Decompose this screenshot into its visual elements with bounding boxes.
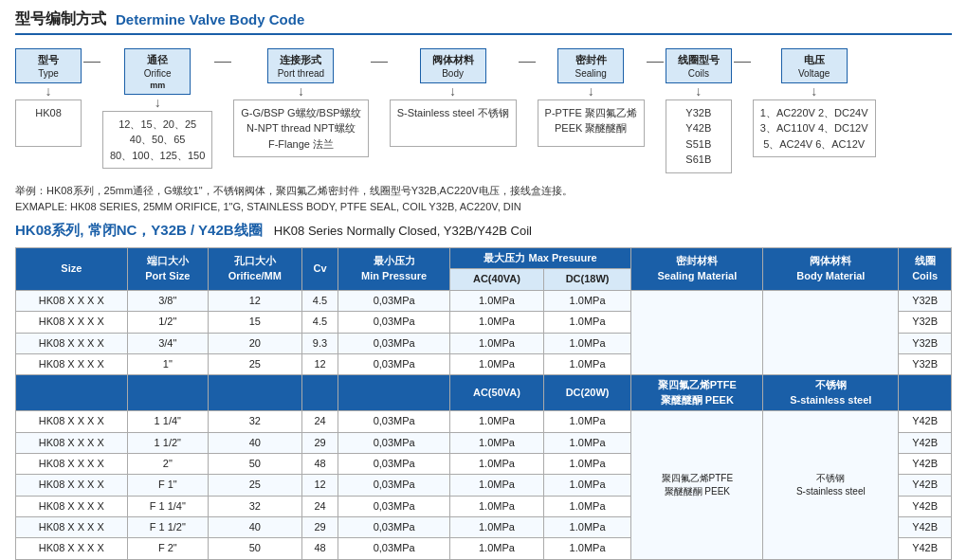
cell-dc: 1.0MPa bbox=[543, 453, 630, 474]
cell-port: F 2" bbox=[127, 538, 208, 559]
code-value-orifice: 12、15、20、2540、50、6580、100、125、150 bbox=[102, 111, 212, 170]
cell-cv: 4.5 bbox=[301, 312, 338, 333]
code-value-coils: Y32BY42BS51BS61B bbox=[666, 99, 732, 173]
cell-ac: 1.0MPa bbox=[449, 411, 543, 432]
cell-port: F 1 1/2" bbox=[127, 517, 208, 538]
cell-minp: 0,03MPa bbox=[338, 496, 450, 516]
cell-dc: 1.0MPa bbox=[543, 496, 630, 516]
cell-minp: 0,03MPa bbox=[338, 517, 450, 538]
example-zh: 举例：HK08系列，25mm通径，G螺纹1"，不锈钢阀体，聚四氟乙烯密封件，线圈… bbox=[15, 185, 573, 196]
code-label-coils: 线圈型号Coils bbox=[666, 48, 732, 83]
table-cell: 聚四氟乙烯PTFE聚醚醚酮 PEEK bbox=[631, 375, 763, 411]
cell-orifice: 25 bbox=[208, 353, 301, 374]
diagram-connector bbox=[645, 48, 666, 63]
cell-port: 2" bbox=[127, 453, 208, 474]
code-value-type: HK08 bbox=[15, 99, 82, 147]
cell-cv: 24 bbox=[301, 411, 338, 432]
th-orifice: 孔口大小Orifice/MM bbox=[208, 247, 301, 290]
diagram-connector bbox=[517, 48, 538, 63]
cell-coil: Y32B bbox=[899, 312, 952, 333]
cell-port: F 1" bbox=[127, 475, 208, 496]
cell-dc: 1.0MPa bbox=[543, 312, 630, 333]
cell-cv: 29 bbox=[301, 517, 338, 538]
code-box-port: 连接形式Port thread↓G-G/BSP G螺纹/BSP螺纹N-NPT t… bbox=[233, 48, 368, 157]
cell-cv: 29 bbox=[301, 432, 338, 453]
th-maxp: 最大压力 Max Presuure bbox=[449, 247, 630, 268]
code-label-orifice: 通径Orificemm bbox=[124, 48, 191, 95]
cell-ac: 1.0MPa bbox=[449, 432, 543, 453]
code-diagram: 型号Type↓HK08通径Orificemm↓12、15、20、2540、50、… bbox=[15, 48, 952, 173]
code-value-sealing: P-PTFE 聚四氟乙烯PEEK 聚醚醚酮 bbox=[538, 99, 645, 147]
cell-port: 3/4" bbox=[127, 333, 208, 353]
code-box-coils: 线圈型号Coils↓Y32BY42BS51BS61B bbox=[666, 48, 732, 173]
table-cell: 不锈钢S-stainless steel bbox=[763, 375, 899, 411]
arrow-down-port: ↓ bbox=[298, 83, 304, 99]
cell-cv: 9.3 bbox=[301, 333, 338, 353]
table-row: AC(50VA)DC(20W)聚四氟乙烯PTFE聚醚醚酮 PEEK不锈钢S-st… bbox=[16, 375, 952, 411]
code-value-body: S-Stainless steel 不锈钢 bbox=[390, 99, 517, 147]
data-table: Size 端口大小Port Size 孔口大小Orifice/MM Cv 最小压… bbox=[15, 247, 952, 560]
cell-orifice: 25 bbox=[208, 475, 301, 496]
cell-size: HK08 X X X X bbox=[16, 333, 128, 353]
th-size: Size bbox=[16, 247, 128, 290]
code-box-body: 阀体材料Body↓S-Stainless steel 不锈钢 bbox=[390, 48, 517, 147]
table-header-row1: Size 端口大小Port Size 孔口大小Orifice/MM Cv 最小压… bbox=[16, 247, 952, 268]
hk-heading-en: HK08 Series Normally Closed, Y32B/Y42B C… bbox=[274, 224, 532, 238]
cell-minp: 0,03MPa bbox=[338, 475, 450, 496]
cell-coil: Y42B bbox=[899, 538, 952, 559]
code-label-type: 型号Type bbox=[15, 48, 82, 83]
table-row: HK08 X X X X3/8"124.50,03MPa1.0MPa1.0MPa… bbox=[16, 290, 952, 311]
cell-body-group1 bbox=[763, 290, 899, 375]
cell-coil: Y32B bbox=[899, 353, 952, 374]
table-cell bbox=[899, 375, 952, 411]
th-seal: 密封材料Sealing Material bbox=[631, 247, 763, 290]
cell-orifice: 20 bbox=[208, 333, 301, 353]
cell-size: HK08 X X X X bbox=[16, 538, 128, 559]
cell-minp: 0,03MPa bbox=[338, 290, 450, 311]
cell-body-group2: 不锈钢S-stainless steel bbox=[763, 411, 899, 560]
cell-minp: 0,03MPa bbox=[338, 538, 450, 559]
th-ac40: AC(40VA) bbox=[449, 269, 543, 290]
arrow-down-coils: ↓ bbox=[695, 83, 702, 99]
code-box-type: 型号Type↓HK08 bbox=[15, 48, 82, 147]
cell-dc: 1.0MPa bbox=[543, 290, 630, 311]
cell-port: 1 1/4" bbox=[127, 411, 208, 432]
table-cell: AC(50VA) bbox=[449, 375, 543, 411]
cell-size: HK08 X X X X bbox=[16, 496, 128, 516]
cell-coil: Y42B bbox=[899, 496, 952, 516]
cell-ac: 1.0MPa bbox=[449, 290, 543, 311]
code-box-orifice: 通径Orificemm↓12、15、20、2540、50、6580、100、12… bbox=[102, 48, 212, 169]
cell-size: HK08 X X X X bbox=[16, 517, 128, 538]
example-text: 举例：HK08系列，25mm通径，G螺纹1"，不锈钢阀体，聚四氟乙烯密封件，线圈… bbox=[15, 183, 952, 216]
cell-ac: 1.0MPa bbox=[449, 353, 543, 374]
cell-cv: 48 bbox=[301, 538, 338, 559]
cell-cv: 48 bbox=[301, 453, 338, 474]
cell-seal-group2: 聚四氟乙烯PTFE聚醚醚酮 PEEK bbox=[631, 411, 763, 560]
cell-port: 1" bbox=[127, 353, 208, 374]
cell-size: HK08 X X X X bbox=[16, 475, 128, 496]
cell-orifice: 15 bbox=[208, 312, 301, 333]
th-coil: 线圈Coils bbox=[899, 247, 952, 290]
cell-size: HK08 X X X X bbox=[16, 432, 128, 453]
cell-coil: Y32B bbox=[899, 333, 952, 353]
cell-coil: Y42B bbox=[899, 517, 952, 538]
cell-ac: 1.0MPa bbox=[449, 333, 543, 353]
cell-size: HK08 X X X X bbox=[16, 411, 128, 432]
cell-dc: 1.0MPa bbox=[543, 538, 630, 559]
diagram-connector bbox=[212, 48, 233, 63]
cell-ac: 1.0MPa bbox=[449, 538, 543, 559]
cell-dc: 1.0MPa bbox=[543, 333, 630, 353]
table-cell bbox=[208, 375, 301, 411]
cell-orifice: 32 bbox=[208, 411, 301, 432]
cell-coil: Y42B bbox=[899, 432, 952, 453]
section-header: 型号编制方式 Determine Valve Body Code bbox=[15, 9, 952, 35]
cell-dc: 1.0MPa bbox=[543, 411, 630, 432]
table-cell bbox=[338, 375, 450, 411]
cell-coil: Y42B bbox=[899, 411, 952, 432]
code-box-voltage: 电压Voltage↓1、AC220V 2、DC24V3、AC110V 4、DC1… bbox=[753, 48, 876, 157]
cell-cv: 4.5 bbox=[301, 290, 338, 311]
code-value-port: G-G/BSP G螺纹/BSP螺纹N-NPT thread NPT螺纹F-Fla… bbox=[233, 99, 368, 158]
th-body: 阀体材料Body Material bbox=[763, 247, 899, 290]
cell-minp: 0,03MPa bbox=[338, 453, 450, 474]
table-cell bbox=[127, 375, 208, 411]
